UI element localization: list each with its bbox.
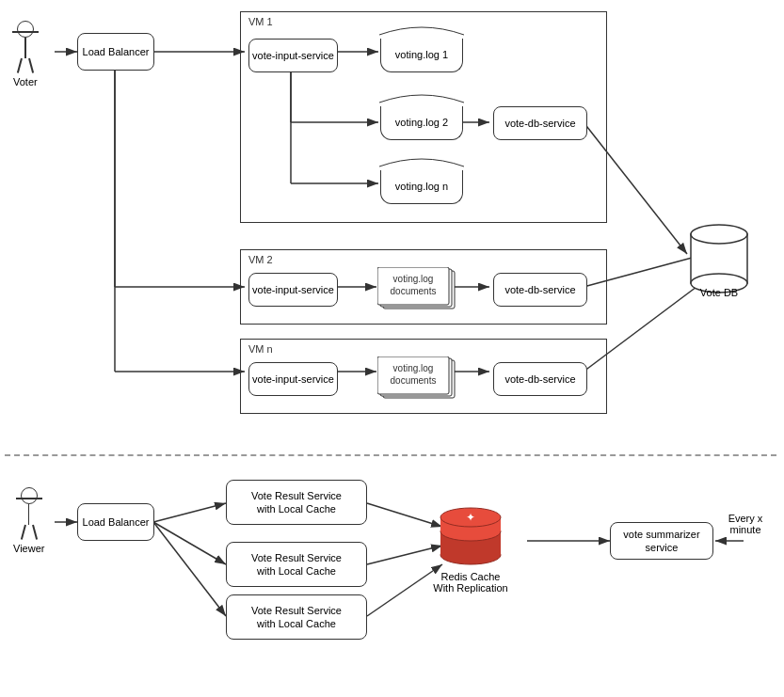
voting-log-n: voting.log n [380, 170, 463, 204]
vote-input-service-3: vote-input-service [248, 362, 338, 396]
voter-body [24, 38, 26, 58]
svg-line-24 [367, 503, 442, 527]
svg-text:voting.log: voting.log [393, 363, 434, 373]
vote-input-service-2: vote-input-service [248, 273, 338, 307]
vote-db-service-2: vote-db-service [493, 273, 587, 307]
redis-label: Redis Cache With Replication [433, 571, 507, 594]
viewer-arms [16, 498, 42, 499]
vote-input-service-1: vote-input-service [248, 39, 338, 72]
voter-legs [21, 58, 29, 73]
voting-log-2: voting.log 2 [380, 106, 463, 140]
log1-top [379, 24, 464, 39]
viewer-legs [24, 525, 33, 540]
logn-top [379, 155, 464, 170]
vmn-label: VM n [248, 343, 273, 355]
vote-db-service-1: vote-db-service [493, 106, 587, 140]
vote-result-service-2: Vote Result Service with Local Cache [226, 542, 367, 587]
diagram: Voter Load Balancer VM 1 vote-input-serv… [0, 0, 784, 697]
svg-text:documents: documents [391, 286, 437, 296]
svg-line-23 [153, 522, 226, 616]
svg-line-26 [367, 564, 442, 616]
voter-head [17, 21, 34, 38]
svg-line-25 [367, 546, 442, 564]
voter-arms [12, 31, 39, 33]
voting-log-docs-1: voting.log documents [377, 267, 460, 312]
every-x-minute-label: Every x minute [713, 513, 777, 535]
log2-top [379, 91, 464, 106]
vm1-label: VM 1 [248, 16, 273, 27]
svg-point-40 [691, 225, 747, 244]
viewer-head [21, 487, 38, 504]
vote-db-label: Vote DB [700, 287, 738, 298]
svg-line-21 [153, 503, 226, 522]
vm1-container: VM 1 vote-input-service voting.log 1 vot… [240, 11, 607, 223]
voting-log-1: voting.log 1 [380, 39, 463, 72]
load-balancer-1: Load Balancer [77, 33, 154, 71]
viewer-body [28, 504, 30, 525]
svg-text:✦: ✦ [466, 511, 475, 524]
section-divider [5, 454, 776, 456]
svg-text:documents: documents [391, 375, 437, 386]
vm2-label: VM 2 [248, 254, 273, 265]
voter-figure: Voter [13, 21, 38, 87]
vmn-container: VM n vote-input-service voting.log docum… [240, 339, 607, 414]
svg-line-22 [153, 522, 226, 564]
vote-result-service-1: Vote Result Service with Local Cache [226, 480, 367, 525]
voter-label: Voter [13, 76, 38, 87]
viewer-figure: Viewer [13, 487, 44, 554]
load-balancer-2: Load Balancer [77, 503, 154, 541]
redis-cache: ✦ Redis Cache With Replication [433, 503, 508, 594]
vote-db-service-3: vote-db-service [493, 362, 587, 396]
vote-summarizer-service: vote summarizer service [610, 522, 713, 560]
voting-log-docs-2: voting.log documents [377, 356, 460, 402]
vm2-container: VM 2 vote-input-service voting.log docum… [240, 249, 607, 325]
svg-text:voting.log: voting.log [393, 274, 434, 284]
vote-result-service-3: Vote Result Service with Local Cache [226, 594, 367, 640]
vote-db: Vote DB [687, 221, 751, 298]
viewer-label: Viewer [13, 543, 44, 554]
